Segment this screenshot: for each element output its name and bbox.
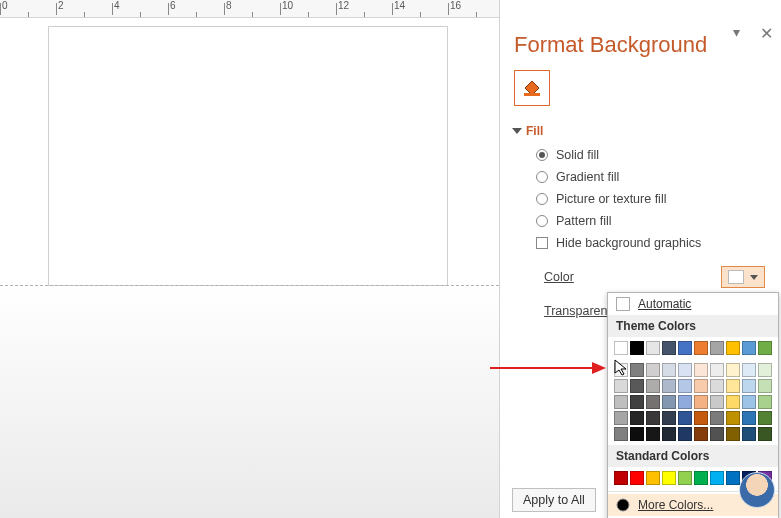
color-swatch[interactable] [646,379,660,393]
fill-tool-icon[interactable] [514,70,550,106]
color-swatch[interactable] [758,341,772,355]
standard-colors-header: Standard Colors [608,445,778,467]
color-swatch[interactable] [614,411,628,425]
color-swatch[interactable] [758,363,772,377]
theme-color-row [608,337,778,359]
color-swatch[interactable] [646,341,660,355]
color-swatch[interactable] [630,395,644,409]
avatar [739,472,775,508]
paint-bucket-icon [522,79,542,97]
color-swatch[interactable] [662,471,676,485]
color-swatch[interactable] [614,395,628,409]
color-swatch[interactable] [678,341,692,355]
color-swatch-icon [728,270,744,284]
color-swatch[interactable] [710,363,724,377]
color-swatch[interactable] [678,427,692,441]
picture-fill-option[interactable]: Picture or texture fill [536,192,769,206]
color-swatch[interactable] [742,411,756,425]
color-swatch[interactable] [630,411,644,425]
fill-section-label: Fill [526,124,543,138]
apply-to-all-button[interactable]: Apply to All [512,488,596,512]
color-swatch[interactable] [662,341,676,355]
color-swatch[interactable] [742,379,756,393]
solid-fill-option[interactable]: Solid fill [536,148,769,162]
automatic-color-option[interactable]: Automatic [608,293,778,315]
panel-options-icon[interactable]: ▾ [733,24,740,43]
color-swatch[interactable] [678,471,692,485]
color-swatch[interactable] [630,379,644,393]
color-swatch[interactable] [726,341,740,355]
color-swatch[interactable] [646,471,660,485]
color-swatch[interactable] [726,427,740,441]
color-label: Color [544,270,574,284]
color-swatch[interactable] [694,363,708,377]
color-swatch[interactable] [694,395,708,409]
hide-background-option[interactable]: Hide background graphics [536,236,769,250]
chevron-down-icon [750,275,758,280]
color-swatch[interactable] [646,363,660,377]
color-swatch[interactable] [742,427,756,441]
slide-canvas[interactable]: 0246810121416 [0,0,499,518]
color-swatch[interactable] [726,379,740,393]
color-swatch[interactable] [630,427,644,441]
pattern-fill-option[interactable]: Pattern fill [536,214,769,228]
color-swatch[interactable] [614,471,628,485]
color-swatch[interactable] [710,395,724,409]
color-swatch[interactable] [694,379,708,393]
radio-icon [536,215,548,227]
color-swatch[interactable] [662,427,676,441]
color-swatch[interactable] [726,395,740,409]
svg-rect-0 [524,93,540,96]
color-swatch[interactable] [630,471,644,485]
color-swatch[interactable] [710,471,724,485]
color-wheel-icon [616,498,630,512]
color-swatch[interactable] [646,411,660,425]
color-swatch[interactable] [646,427,660,441]
color-swatch[interactable] [758,395,772,409]
color-swatch[interactable] [662,363,676,377]
color-swatch[interactable] [742,395,756,409]
color-swatch[interactable] [758,427,772,441]
color-swatch[interactable] [710,427,724,441]
color-swatch[interactable] [694,471,708,485]
color-swatch[interactable] [614,363,628,377]
color-swatch[interactable] [614,341,628,355]
color-swatch[interactable] [726,471,740,485]
color-swatch[interactable] [710,341,724,355]
color-swatch[interactable] [742,341,756,355]
color-swatch[interactable] [726,363,740,377]
close-icon[interactable]: ✕ [760,24,773,43]
color-swatch[interactable] [662,411,676,425]
color-swatch[interactable] [694,427,708,441]
color-dropdown-button[interactable] [721,266,765,288]
color-swatch[interactable] [726,411,740,425]
color-swatch[interactable] [758,379,772,393]
radio-icon [536,171,548,183]
color-swatch[interactable] [758,411,772,425]
color-swatch[interactable] [710,379,724,393]
color-swatch[interactable] [614,379,628,393]
color-swatch[interactable] [742,363,756,377]
color-swatch[interactable] [710,411,724,425]
color-swatch[interactable] [662,379,676,393]
color-swatch[interactable] [694,411,708,425]
color-swatch[interactable] [678,379,692,393]
swatch-icon [616,297,630,311]
color-swatch[interactable] [678,363,692,377]
gradient-fill-option[interactable]: Gradient fill [536,170,769,184]
color-swatch[interactable] [614,427,628,441]
fill-section-header[interactable]: Fill [514,124,769,138]
transparency-label: Transparenc [544,304,614,318]
color-swatch[interactable] [662,395,676,409]
color-swatch[interactable] [678,395,692,409]
theme-colors-header: Theme Colors [608,315,778,337]
checkbox-icon [536,237,548,249]
color-swatch[interactable] [678,411,692,425]
color-swatch[interactable] [630,363,644,377]
color-swatch[interactable] [694,341,708,355]
color-swatch[interactable] [646,395,660,409]
slide[interactable] [48,26,448,286]
panel-title: Format Background [514,32,769,58]
color-swatch[interactable] [630,341,644,355]
radio-icon [536,193,548,205]
